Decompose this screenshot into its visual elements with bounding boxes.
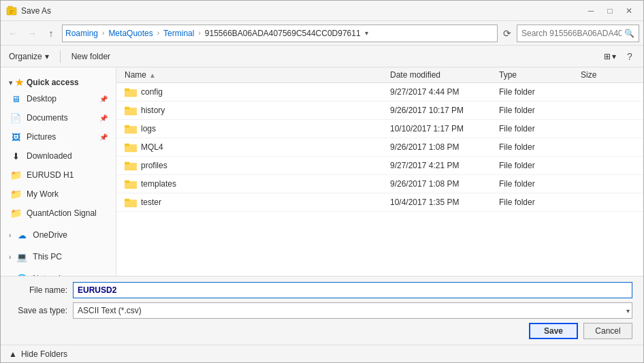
hide-folders-button[interactable]: ▲ Hide Folders [9, 349, 67, 359]
documents-icon: 📄 [9, 111, 22, 125]
folder-icon [125, 86, 137, 97]
table-row[interactable]: config 9/27/2017 4:44 PM File folder [116, 83, 643, 101]
back-button[interactable]: ← [5, 25, 21, 42]
hide-folders-label: Hide Folders [21, 349, 67, 359]
table-row[interactable]: MQL4 9/26/2017 1:08 PM File folder [116, 138, 643, 157]
saveastype-wrapper: ASCII Text (*.csv) ▾ [73, 302, 632, 319]
onedrive-label: OneDrive [33, 230, 108, 240]
quick-access-label: Quick access [27, 78, 79, 87]
file-date: 10/4/2017 1:35 PM [390, 198, 499, 207]
new-folder-button[interactable]: New folder [69, 50, 113, 63]
file-name-cell: config [125, 86, 390, 97]
col-header-size[interactable]: Size [581, 70, 635, 80]
downloaded-icon: ⬇ [9, 149, 22, 163]
maximize-button[interactable]: □ [601, 4, 619, 18]
help-button[interactable]: ? [622, 48, 638, 65]
organize-button[interactable]: Organize ▾ [6, 50, 52, 63]
sidebar-section-onedrive: › ☁ OneDrive [1, 225, 116, 244]
folder-icon [125, 197, 137, 208]
sidebar-item-downloaded[interactable]: ⬇ Downloaded [1, 146, 116, 165]
file-date: 10/10/2017 1:17 PM [390, 124, 499, 133]
thispc-icon: 💻 [15, 250, 29, 264]
col-name-label: Name [125, 70, 146, 80]
file-name: profiles [141, 161, 167, 170]
sidebar-item-quantaction[interactable]: 📁 QuantAction Signal [1, 204, 116, 223]
button-row: Save Cancel [12, 323, 632, 339]
sidebar-item-pictures[interactable]: 🖼 Pictures 📌 [1, 127, 116, 146]
table-row[interactable]: logs 10/10/2017 1:17 PM File folder [116, 120, 643, 138]
documents-label: Documents [27, 113, 95, 123]
file-name: templates [141, 179, 176, 189]
file-date: 9/26/2017 10:17 PM [390, 106, 499, 115]
table-row[interactable]: templates 9/26/2017 1:08 PM File folder [116, 175, 643, 193]
breadcrumb-terminal[interactable]: Terminal [163, 29, 194, 38]
address-dropdown-button[interactable]: ▾ [364, 29, 370, 37]
up-button[interactable]: ↑ [43, 25, 59, 42]
table-row[interactable]: tester 10/4/2017 1:35 PM File folder [116, 193, 643, 212]
file-date: 9/27/2017 4:44 PM [390, 87, 499, 97]
save-button[interactable]: Save [529, 323, 578, 339]
pictures-label: Pictures [27, 132, 95, 142]
svg-rect-3 [10, 12, 12, 14]
desktop-pin: 📌 [99, 95, 108, 103]
col-header-type[interactable]: Type [499, 70, 581, 80]
folder-icon [125, 160, 137, 171]
file-name-cell: tester [125, 197, 390, 208]
forward-button[interactable]: → [24, 25, 40, 42]
desktop-icon: 🖥 [9, 92, 22, 106]
hide-folders-arrow: ▲ [9, 349, 17, 359]
toolbar-right: ⊞ ▾ ? [601, 48, 638, 65]
breadcrumb-roaming[interactable]: Roaming [65, 29, 98, 38]
eurusd-folder-icon: 📁 [9, 168, 22, 182]
saveastype-select[interactable]: ASCII Text (*.csv) [73, 302, 632, 319]
sidebar-item-network[interactable]: › 🌐 Network [1, 269, 116, 276]
view-icon: ⊞ [604, 52, 611, 61]
filename-label: File name: [12, 285, 73, 295]
svg-rect-13 [125, 108, 129, 110]
file-name-cell: profiles [125, 160, 390, 171]
breadcrumb-metaquotes[interactable]: MetaQuotes [108, 29, 152, 38]
filename-input[interactable] [73, 282, 632, 298]
quantaction-label: QuantAction Signal [27, 208, 108, 218]
main-area: ▾ ★ Quick access 🖥 Desktop 📌 📄 Documents… [1, 67, 643, 276]
col-header-name[interactable]: Name ▲ [125, 70, 390, 80]
table-row[interactable]: history 9/26/2017 10:17 PM File folder [116, 101, 643, 120]
mywork-label: My Work [27, 189, 108, 199]
file-name-cell: templates [125, 178, 390, 189]
quick-access-header[interactable]: ▾ ★ Quick access [1, 73, 116, 89]
help-icon: ? [627, 51, 632, 62]
refresh-button[interactable]: ⟳ [500, 25, 514, 42]
sidebar-item-thispc[interactable]: › 💻 This PC [1, 247, 116, 266]
mywork-folder-icon: 📁 [9, 187, 22, 201]
folder-icon [125, 105, 137, 116]
quantaction-folder-icon: 📁 [9, 206, 22, 220]
pictures-icon: 🖼 [9, 130, 22, 144]
onedrive-arrow: › [9, 232, 11, 239]
col-header-date[interactable]: Date modified [390, 70, 499, 80]
close-button[interactable]: ✕ [620, 4, 638, 18]
view-arrow: ▾ [612, 52, 616, 61]
sidebar-item-documents[interactable]: 📄 Documents 📌 [1, 108, 116, 127]
file-type: File folder [499, 198, 581, 207]
sidebar-item-mywork[interactable]: 📁 My Work [1, 185, 116, 204]
thispc-label: This PC [33, 252, 108, 262]
breadcrumb-current: 915566BA06ADA407569C544CC0D97611 [205, 29, 361, 38]
sidebar-section-thispc: › 💻 This PC [1, 247, 116, 266]
svg-rect-18 [125, 126, 129, 128]
sidebar-item-desktop[interactable]: 🖥 Desktop 📌 [1, 89, 116, 108]
minimize-button[interactable]: ─ [582, 4, 600, 18]
view-button[interactable]: ⊞ ▾ [601, 50, 619, 63]
sort-icon: ▲ [149, 72, 156, 79]
organize-label: Organize [9, 52, 42, 61]
sidebar-item-onedrive[interactable]: › ☁ OneDrive [1, 225, 116, 244]
file-name: logs [141, 124, 156, 133]
table-row[interactable]: profiles 9/27/2017 4:21 PM File folder [116, 157, 643, 175]
search-input[interactable] [521, 29, 622, 38]
folder-icon [125, 123, 137, 134]
bottom-area: File name: Save as type: ASCII Text (*.c… [1, 276, 643, 345]
title-bar-controls: ─ □ ✕ [582, 4, 638, 18]
sidebar-item-eurusd[interactable]: 📁 EURUSD H1 [1, 165, 116, 185]
cancel-button[interactable]: Cancel [583, 323, 632, 339]
file-name-cell: MQL4 [125, 142, 390, 153]
file-date: 9/27/2017 4:21 PM [390, 161, 499, 170]
